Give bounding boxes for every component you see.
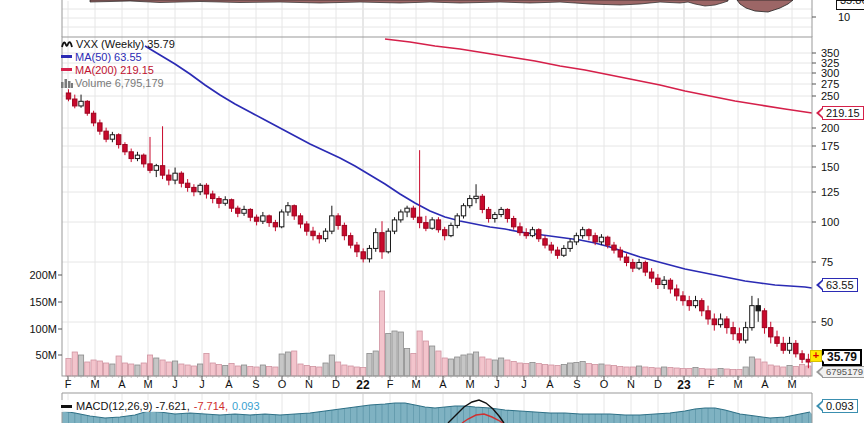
price-tick-label: 200 xyxy=(821,122,839,134)
legend-symbol-row: VXX (Weekly) 35.79 xyxy=(61,37,175,50)
month-label[interactable]: N xyxy=(305,378,313,390)
month-label[interactable]: A xyxy=(761,378,768,390)
top-panel-tick-10: 10 xyxy=(838,11,850,23)
month-label[interactable]: M xyxy=(90,378,99,390)
ma50-label: MA(50) 63.55 xyxy=(75,51,142,63)
price-tick-label: 150 xyxy=(821,161,839,173)
ma50-line-swatch xyxy=(61,55,72,58)
month-label[interactable]: N xyxy=(627,378,635,390)
volume-tick-label: 150M xyxy=(0,296,57,308)
price-tick-label: 50 xyxy=(821,316,833,328)
ma50-price-value: 63.55 xyxy=(826,279,854,291)
month-label[interactable]: M xyxy=(143,378,152,390)
volume-value-tag: 6795179 xyxy=(822,366,864,378)
legend-ma200-row[interactable]: MA(200) 219.15 xyxy=(61,63,175,76)
ma200-price-value: 219.15 xyxy=(826,107,860,119)
price-tick-label: 175 xyxy=(821,140,839,152)
month-label[interactable]: J xyxy=(494,378,500,390)
month-label[interactable]: F xyxy=(387,378,394,390)
month-label[interactable]: F xyxy=(708,378,715,390)
macd-line-swatch xyxy=(61,405,72,408)
month-label[interactable]: F xyxy=(65,378,72,390)
month-label[interactable]: A xyxy=(546,378,553,390)
price-tick-label: 275 xyxy=(821,78,839,90)
month-label[interactable]: A xyxy=(118,378,125,390)
month-label[interactable]: M xyxy=(411,378,420,390)
legend-volume-row[interactable]: Volume 6,795,179 xyxy=(61,76,175,89)
macd-value-tag: 0.093 xyxy=(822,399,858,413)
ma200-line-swatch xyxy=(61,68,72,71)
month-label[interactable]: S xyxy=(573,378,580,390)
chart-legend: VXX (Weekly) 35.79 MA(50) 63.55 MA(200) … xyxy=(61,37,175,89)
top-panel-value: 35.86 xyxy=(840,0,864,6)
volume-tick-label: 200M xyxy=(0,269,57,281)
macd-legend[interactable]: MACD(12,26,9) -7.621, -7.714, 0.093 xyxy=(61,400,264,412)
month-label[interactable]: D xyxy=(654,378,662,390)
month-label[interactable]: J xyxy=(172,378,178,390)
month-label[interactable]: O xyxy=(278,378,287,390)
ma200-line[interactable] xyxy=(385,39,812,113)
macd-signal-value: -7.714, xyxy=(194,400,228,412)
volume-label: Volume 6,795,179 xyxy=(75,77,164,89)
macd-name-and-value: MACD(12,26,9) -7.621, xyxy=(76,400,190,412)
month-label[interactable]: J xyxy=(521,378,527,390)
price-tick-label: 250 xyxy=(821,90,839,102)
volume-tick-label: 50M xyxy=(0,349,57,361)
volume-bars-icon xyxy=(61,78,73,88)
top-panel-value-tag: 35.86 xyxy=(836,0,864,10)
year-label[interactable]: 23 xyxy=(677,378,690,392)
ma200-label: MA(200) 219.15 xyxy=(75,64,154,76)
month-label[interactable]: M xyxy=(733,378,742,390)
macd-hist-value: 0.093 xyxy=(826,400,854,412)
ma50-price-tag: 63.55 xyxy=(822,278,858,292)
month-label[interactable]: A xyxy=(439,378,446,390)
stockcharts-logo-icon xyxy=(61,38,74,49)
month-label[interactable]: J xyxy=(199,378,205,390)
month-label[interactable]: M xyxy=(787,378,796,390)
price-tick-label: 75 xyxy=(821,256,833,268)
symbol-title: VXX (Weekly) 35.79 xyxy=(76,38,175,50)
month-label[interactable]: O xyxy=(600,378,609,390)
macd-histogram-value: 0.093 xyxy=(232,400,260,412)
month-label[interactable]: S xyxy=(252,378,259,390)
legend-ma50-row[interactable]: MA(50) 63.55 xyxy=(61,50,175,63)
top-indicator-panel xyxy=(90,0,793,12)
stockchart-window: VXX (Weekly) 35.79 MA(50) 63.55 MA(200) … xyxy=(0,0,864,423)
price-tick-label: 125 xyxy=(821,186,839,198)
last-price-value: 35.79 xyxy=(827,350,857,364)
price-tick-label: 100 xyxy=(821,216,839,228)
candlesticks[interactable] xyxy=(66,89,810,368)
month-label[interactable]: M xyxy=(465,378,474,390)
volume-value: 6795179 xyxy=(826,366,863,377)
last-candle-alert-marker[interactable]: + xyxy=(810,350,822,362)
ma200-price-tag: 219.15 xyxy=(822,106,864,120)
volume-tick-label: 100M xyxy=(0,323,57,335)
last-price-tag: 35.79 xyxy=(822,349,862,366)
month-label[interactable]: D xyxy=(332,378,340,390)
year-label[interactable]: 22 xyxy=(356,378,369,392)
month-label[interactable]: A xyxy=(225,378,232,390)
